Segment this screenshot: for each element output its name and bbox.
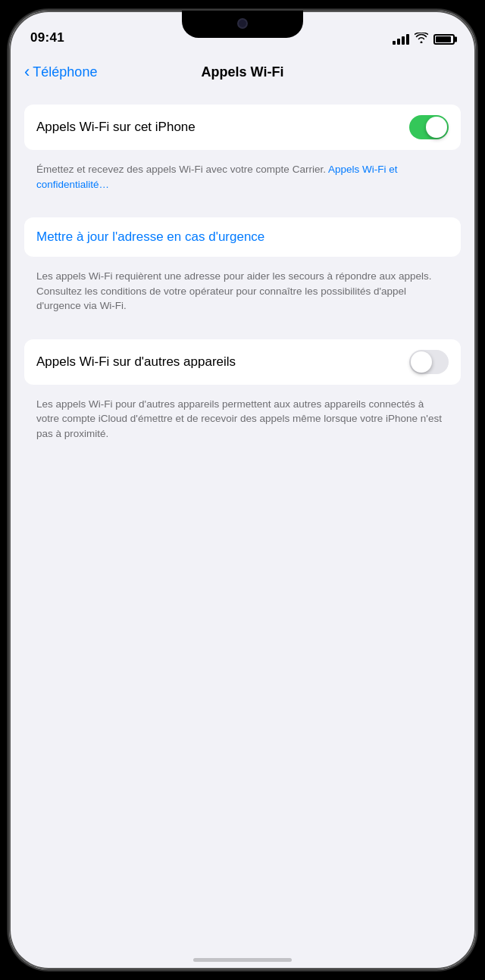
back-button[interactable]: ‹ Téléphone bbox=[24, 64, 97, 80]
update-address-label: Mettre à jour l'adresse en cas d'urgence bbox=[36, 229, 264, 245]
battery-fill bbox=[436, 36, 451, 42]
wifi-calls-iphone-section: Appels Wi-Fi sur cet iPhone Émettez et r… bbox=[24, 105, 461, 202]
chevron-left-icon: ‹ bbox=[24, 64, 30, 80]
wifi-calls-iphone-row: Appels Wi-Fi sur cet iPhone bbox=[24, 105, 461, 150]
status-icons bbox=[393, 33, 455, 45]
volume-down-button[interactable] bbox=[8, 279, 8, 317]
status-time: 09:41 bbox=[30, 30, 64, 45]
toggle-knob-other bbox=[411, 351, 432, 373]
update-address-row[interactable]: Mettre à jour l'adresse en cas d'urgence bbox=[24, 217, 461, 257]
volume-up-button[interactable] bbox=[8, 230, 8, 268]
back-label: Téléphone bbox=[33, 64, 97, 80]
wifi-icon bbox=[415, 33, 428, 45]
wifi-calls-other-toggle[interactable] bbox=[409, 350, 449, 374]
wifi-calls-iphone-card: Appels Wi-Fi sur cet iPhone bbox=[24, 105, 461, 150]
wifi-calls-iphone-desc: Émettez et recevez des appels Wi-Fi avec… bbox=[24, 156, 461, 202]
emergency-address-desc: Les appels Wi-Fi requièrent une adresse … bbox=[24, 263, 461, 324]
home-indicator bbox=[193, 958, 292, 962]
wifi-calls-iphone-toggle[interactable] bbox=[409, 115, 449, 139]
page-title: Appels Wi-Fi bbox=[202, 64, 284, 80]
emergency-address-card: Mettre à jour l'adresse en cas d'urgence bbox=[24, 217, 461, 257]
nav-bar: ‹ Téléphone Appels Wi-Fi bbox=[9, 51, 476, 92]
wifi-calls-other-label: Appels Wi-Fi sur d'autres appareils bbox=[36, 354, 409, 370]
emergency-address-section: Mettre à jour l'adresse en cas d'urgence… bbox=[24, 217, 461, 324]
main-content: Appels Wi-Fi sur cet iPhone Émettez et r… bbox=[9, 92, 476, 969]
wifi-calls-other-section: Appels Wi-Fi sur d'autres appareils Les … bbox=[24, 339, 461, 452]
wifi-calls-iphone-label: Appels Wi-Fi sur cet iPhone bbox=[36, 120, 409, 135]
signal-icon bbox=[393, 34, 409, 45]
notch bbox=[182, 11, 303, 38]
wifi-calls-other-card: Appels Wi-Fi sur d'autres appareils bbox=[24, 339, 461, 385]
battery-icon bbox=[433, 34, 455, 45]
phone-frame: 09:41 ‹ Téléph bbox=[8, 9, 477, 971]
wifi-calls-other-desc: Les appels Wi-Fi pour d'autres appareils… bbox=[24, 391, 461, 452]
toggle-knob bbox=[426, 117, 447, 138]
front-camera bbox=[237, 18, 248, 29]
wifi-calls-other-row: Appels Wi-Fi sur d'autres appareils bbox=[24, 339, 461, 385]
